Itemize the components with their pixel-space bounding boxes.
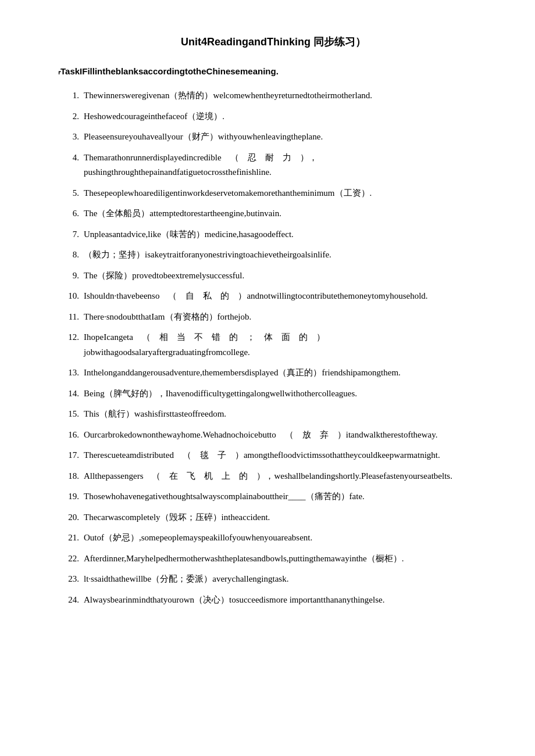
item-content: Afterdinner,Maryhelpedhermotherwashthepl…: [84, 551, 488, 567]
list-item: 24.Alwaysbearinmindthatyourown（决心）tosucc…: [58, 593, 488, 608]
item-number: 4.: [58, 151, 79, 166]
item-number: 20.: [58, 510, 79, 525]
item-content: lt·ssaidthathewillbe（分配；委派）averychalleng…: [84, 572, 488, 587]
list-item: 3.Pleaseensureyouhaveallyour（财产）withyouw…: [58, 130, 488, 145]
item-content: Allthepassengers （ 在 飞 机 上 的 ），weshallbe…: [84, 469, 488, 484]
list-item: 16.Ourcarbrokedownonthewayhome.Wehadnoch…: [58, 428, 488, 443]
item-content: Themarathonrunnerdisplayedincredible （ 忍…: [84, 151, 488, 180]
item-content: The（探险）provedtobeextremelysuccessful.: [84, 268, 488, 284]
item-number: 21.: [58, 531, 79, 546]
item-number: 17.: [58, 448, 79, 463]
item-number: 9.: [58, 268, 79, 284]
list-item: 8.（毅力；坚持）isakeytraitforanyonestrivingtoa…: [58, 248, 488, 263]
list-item: 4.Themarathonrunnerdisplayedincredible （…: [58, 151, 488, 180]
list-item: 6.The（全体船员）attemptedtorestartheengine,bu…: [58, 206, 488, 221]
list-item: 5.Thesepeoplewhoarediligentinworkdeserve…: [58, 186, 488, 201]
item-number: 3.: [58, 130, 79, 145]
item-number: 11.: [58, 310, 79, 325]
item-content: Therescueteamdistributed （ 毯 子 ）amongthe…: [84, 448, 488, 463]
item-content: Ishouldn·thavebeenso （ 自 私 的 ）andnotwill…: [84, 289, 488, 304]
item-content: The（全体船员）attemptedtorestartheengine,buti…: [84, 206, 488, 221]
item-number: 19.: [58, 489, 79, 504]
item-content: Inthelonganddangerousadventure,themember…: [84, 366, 488, 381]
list-item: 23.lt·ssaidthathewillbe（分配；委派）averychall…: [58, 572, 488, 587]
item-content: Outof（妒忌）,somepeoplemayspeakillofyouwhen…: [84, 531, 488, 546]
list-item: 17.Therescueteamdistributed （ 毯 子 ）among…: [58, 448, 488, 463]
item-number: 24.: [58, 593, 79, 608]
item-number: 1.: [58, 88, 79, 103]
item-number: 14.: [58, 386, 79, 402]
item-content: This（航行）washisfirsttasteoffreedom.: [84, 407, 488, 422]
list-item: 12.IhopeIcangeta （ 相 当 不 错 的 ； 体 面 的 ）jo…: [58, 330, 488, 360]
list-item: 13.Inthelonganddangerousadventure,themem…: [58, 366, 488, 381]
list-item: 14.Being（脾气好的），Ihavenodifficultygettinga…: [58, 386, 488, 402]
item-number: 2.: [58, 109, 79, 124]
list-item: 9.The（探险）provedtobeextremelysuccessful.: [58, 268, 488, 284]
list-item: 1.Thewinnersweregivenan（热情的）welcomewhent…: [58, 88, 488, 103]
item-number: 8.: [58, 248, 79, 263]
item-number: 13.: [58, 366, 79, 381]
item-content: Pleaseensureyouhaveallyour（财产）withyouwhe…: [84, 130, 488, 145]
item-content: IhopeIcangeta （ 相 当 不 错 的 ； 体 面 的 ）jobwi…: [84, 330, 488, 360]
item-content: Thesepeoplewhoarediligentinworkdeserveto…: [84, 186, 488, 201]
item-number: 6.: [58, 206, 79, 221]
item-number: 18.: [58, 469, 79, 484]
item-content: Alwaysbearinmindthatyourown（决心）tosucceed…: [84, 593, 488, 608]
item-content: Thewinnersweregivenan（热情的）welcomewhenthe…: [84, 88, 488, 103]
item-content: （毅力；坚持）isakeytraitforanyonestrivingtoach…: [84, 248, 488, 263]
item-content: Thecarwascompletely（毁坏；压碎）intheaccident.: [84, 510, 488, 525]
item-number: 15.: [58, 407, 79, 422]
item-number: 23.: [58, 572, 79, 587]
item-content: There·snodoubtthatIam（有资格的）forthejob.: [84, 310, 488, 325]
item-content: Ourcarbrokedownonthewayhome.Wehadnochoic…: [84, 428, 488, 443]
task-heading: ᵣTaskIFillintheblanksaccordingtotheChine…: [58, 66, 488, 77]
list-item: 20.Thecarwascompletely（毁坏；压碎）intheaccide…: [58, 510, 488, 525]
item-number: 12.: [58, 330, 79, 345]
list-item: 2.Heshowedcourageinthefaceof（逆境）.: [58, 109, 488, 124]
item-number: 22.: [58, 551, 79, 567]
list-item: 21.Outof（妒忌）,somepeoplemayspeakillofyouw…: [58, 531, 488, 546]
item-content: Heshowedcourageinthefaceof（逆境）.: [84, 109, 488, 124]
item-content: Thosewhohavenegativethoughtsalwayscompla…: [84, 489, 488, 504]
item-content: Unpleasantadvice,like（味苦的）medicine,hasag…: [84, 227, 488, 242]
list-item: 7.Unpleasantadvice,like（味苦的）medicine,has…: [58, 227, 488, 242]
list-item: 10.Ishouldn·thavebeenso （ 自 私 的 ）andnotw…: [58, 289, 488, 304]
item-number: 5.: [58, 186, 79, 201]
exercise-list: 1.Thewinnersweregivenan（热情的）welcomewhent…: [58, 88, 488, 607]
list-item: 15.This（航行）washisfirsttasteoffreedom.: [58, 407, 488, 422]
list-item: 22.Afterdinner,Maryhelpedhermotherwashth…: [58, 551, 488, 567]
page-title: Unit4ReadingandThinking 同步练习）: [58, 35, 488, 49]
item-number: 16.: [58, 428, 79, 443]
list-item: 11.There·snodoubtthatIam（有资格的）forthejob.: [58, 310, 488, 325]
list-item: 19.Thosewhohavenegativethoughtsalwayscom…: [58, 489, 488, 504]
list-item: 18.Allthepassengers （ 在 飞 机 上 的 ），weshal…: [58, 469, 488, 484]
item-number: 10.: [58, 289, 79, 304]
item-content: Being（脾气好的），Ihavenodifficultygettingalon…: [84, 386, 488, 402]
item-number: 7.: [58, 227, 79, 242]
